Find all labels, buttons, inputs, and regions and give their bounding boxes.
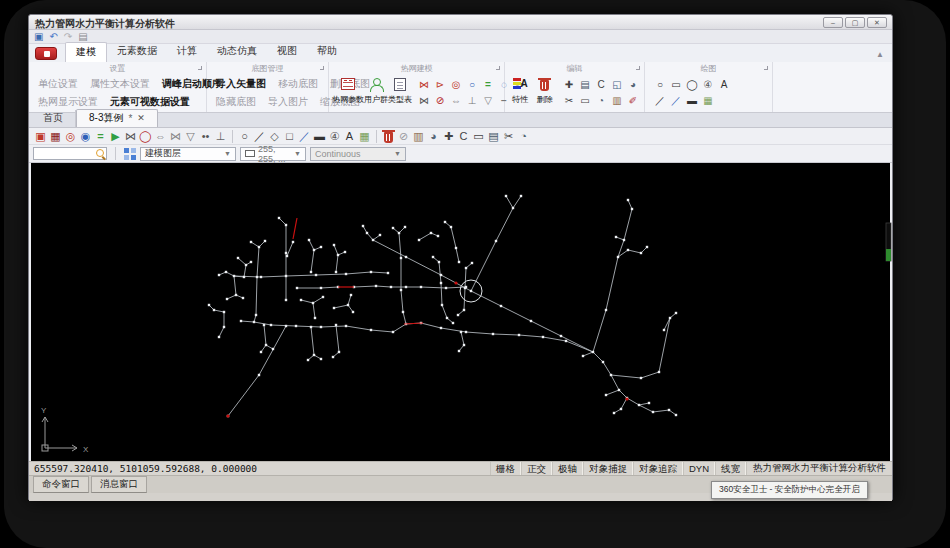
node-pair-icon[interactable]: •• xyxy=(198,129,213,144)
support-icon[interactable]: ⊥ xyxy=(213,129,228,144)
filter-icon[interactable]: ▽ xyxy=(480,93,496,108)
circled-text-icon[interactable]: ④ xyxy=(327,129,342,144)
node-icon[interactable]: ○ xyxy=(464,77,480,92)
pipe-icon[interactable]: = xyxy=(480,77,496,92)
search-input[interactable] xyxy=(34,149,96,159)
line-icon[interactable]: ／ xyxy=(652,93,668,108)
linetype-select[interactable]: Continuous ▼ xyxy=(310,147,406,161)
layers-icon[interactable] xyxy=(124,148,136,160)
pipe-icon[interactable]: = xyxy=(93,129,108,144)
doc-tab-8-3算例[interactable]: 8-3算例*✕ xyxy=(76,109,158,127)
tool-palette-icon[interactable]: ▥ xyxy=(609,93,625,108)
stop-valve-icon[interactable]: ⊘ xyxy=(432,93,448,108)
boiler-icon[interactable]: ▦ xyxy=(48,129,63,144)
check-valve-icon[interactable]: ⊳ xyxy=(432,77,448,92)
cut-icon[interactable]: ✂ xyxy=(561,93,577,108)
dialog-launcher-icon[interactable] xyxy=(636,66,640,70)
copy-icon[interactable]: ▤ xyxy=(577,77,593,92)
color-select[interactable]: 255, 255, ... ▼ xyxy=(240,147,306,161)
drawing-canvas[interactable]: YX xyxy=(31,163,890,461)
dock-tab-消息窗口[interactable]: 消息窗口 xyxy=(91,476,147,493)
rectangle-icon[interactable]: ▭ xyxy=(668,77,684,92)
tool-palette-icon[interactable]: ▥ xyxy=(411,129,426,144)
rotate-icon[interactable]: C xyxy=(593,77,609,92)
pencil-edit-icon[interactable]: ✐ xyxy=(625,93,641,108)
status-toggle-线宽[interactable]: 线宽 xyxy=(715,462,746,475)
close-button[interactable]: ✕ xyxy=(867,17,887,28)
ellipse-icon[interactable]: ◯ xyxy=(684,77,700,92)
status-toggle-对象捕捉[interactable]: 对象捕捉 xyxy=(583,462,633,475)
cut-icon[interactable]: ✂ xyxy=(501,129,516,144)
run-element-icon[interactable]: ▶ xyxy=(108,129,123,144)
dialog-launcher-icon[interactable] xyxy=(320,66,324,70)
gate-valve-icon[interactable]: ⋈ xyxy=(168,129,183,144)
redo-button[interactable]: ↷ xyxy=(64,31,72,43)
gate-valve-icon[interactable]: ⋈ xyxy=(416,93,432,108)
close-icon[interactable]: ✕ xyxy=(137,113,145,123)
zoom-window-icon[interactable]: ◔ xyxy=(593,93,609,108)
compensator-icon[interactable]: ⇔ xyxy=(153,129,168,144)
image-icon[interactable]: ▦ xyxy=(357,129,372,144)
tab-计算[interactable]: 计算 xyxy=(167,42,207,62)
text-icon[interactable]: A xyxy=(342,129,357,144)
image-icon[interactable]: ▦ xyxy=(700,93,716,108)
layer-select[interactable]: 建模图层 ▼ xyxy=(140,147,236,161)
select-window-icon[interactable]: ▭ xyxy=(577,93,593,108)
heat-source-icon[interactable]: ▣ xyxy=(33,129,48,144)
undo-button[interactable]: ↶ xyxy=(49,31,57,43)
zoom-extents-icon[interactable]: ◕ xyxy=(426,129,441,144)
circle-icon[interactable]: ○ xyxy=(652,77,668,92)
tab-帮助[interactable]: 帮助 xyxy=(307,42,347,62)
ribbon-bigbutton-类型表[interactable]: 类型表 xyxy=(388,75,412,108)
polygon-icon[interactable]: ◇ xyxy=(267,129,282,144)
status-toggle-DYN[interactable]: DYN xyxy=(683,462,715,475)
butterfly-valve-icon[interactable]: ⋈ xyxy=(416,77,432,92)
restore-button[interactable]: ▢ xyxy=(845,17,865,28)
pump-icon[interactable]: ◎ xyxy=(63,129,78,144)
heat-user-icon[interactable]: ◯ xyxy=(138,129,153,144)
ribbon-bigbutton-删除[interactable]: 删除 xyxy=(533,75,558,108)
dialog-launcher-icon[interactable] xyxy=(764,66,768,70)
circle-icon[interactable]: ○ xyxy=(237,129,252,144)
rotate-icon[interactable]: C xyxy=(456,129,471,144)
ribbon-button-导入矢量图[interactable]: 导入矢量图 xyxy=(210,76,272,92)
circled-text-icon[interactable]: ④ xyxy=(700,77,716,92)
application-menu-button[interactable] xyxy=(35,47,57,60)
zoom-in-icon[interactable]: ◕ xyxy=(625,77,641,92)
status-toggle-正交[interactable]: 正交 xyxy=(521,462,552,475)
ribbon-bigbutton-热网参数[interactable]: 热网参数 xyxy=(332,75,364,108)
scale-icon[interactable]: ◱ xyxy=(609,77,625,92)
tab-动态仿真[interactable]: 动态仿真 xyxy=(207,42,267,62)
rectangle-icon[interactable]: □ xyxy=(282,129,297,144)
paste-icon[interactable]: ▤ xyxy=(486,129,501,144)
move-icon[interactable]: ✚ xyxy=(561,77,577,92)
doc-tab-首页[interactable]: 首页 xyxy=(31,110,76,127)
delete-icon[interactable] xyxy=(381,129,396,144)
line-icon[interactable]: ／ xyxy=(252,129,267,144)
minimize-button[interactable]: – xyxy=(823,17,843,28)
filter-icon[interactable]: ▽ xyxy=(183,129,198,144)
dialog-launcher-icon[interactable] xyxy=(496,66,500,70)
support-icon[interactable]: ⊥ xyxy=(464,93,480,108)
text-style-icon[interactable]: A xyxy=(716,77,732,92)
select-window-icon[interactable]: ▭ xyxy=(471,129,486,144)
no-entry-icon[interactable]: ⊘ xyxy=(396,129,411,144)
dock-tab-命令窗口[interactable]: 命令窗口 xyxy=(33,476,89,493)
status-toggle-极轴[interactable]: 极轴 xyxy=(552,462,583,475)
ribbon-button-元素可视数据设置[interactable]: 元素可视数据设置 xyxy=(104,94,196,110)
tab-视图[interactable]: 视图 xyxy=(267,42,307,62)
polyline-icon[interactable]: ／ xyxy=(668,93,684,108)
status-toggle-栅格[interactable]: 栅格 xyxy=(490,462,521,475)
print-button[interactable]: ▤ xyxy=(78,31,87,43)
status-toggle-对象追踪[interactable]: 对象追踪 xyxy=(633,462,683,475)
ribbon-bigbutton-特性[interactable]: A特性 xyxy=(508,75,533,108)
search-icon[interactable] xyxy=(96,149,106,159)
solid-rect-icon[interactable]: ▬ xyxy=(684,93,700,108)
ribbon-collapse-icon[interactable]: ▲ xyxy=(876,50,884,59)
valve-icon[interactable]: ⋈ xyxy=(123,129,138,144)
node-icon[interactable]: ◉ xyxy=(78,129,93,144)
pan-icon[interactable]: ✚ xyxy=(441,129,456,144)
zoom-previous-icon[interactable]: ◔ xyxy=(516,129,531,144)
solid-rect-icon[interactable]: ▬ xyxy=(312,129,327,144)
ribbon-bigbutton-用户群[interactable]: 用户群 xyxy=(364,75,388,108)
